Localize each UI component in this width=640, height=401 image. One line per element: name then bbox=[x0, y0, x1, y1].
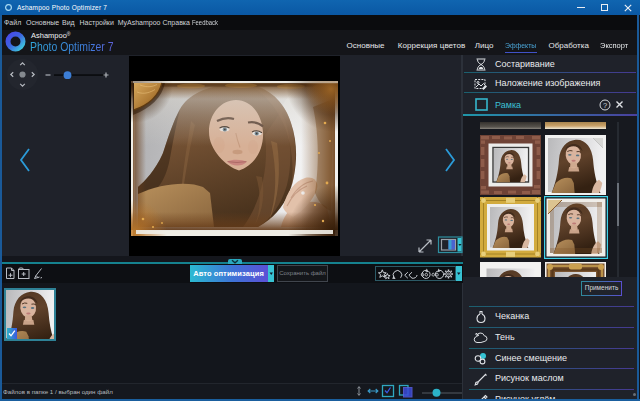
svg-text:?: ? bbox=[602, 100, 606, 109]
